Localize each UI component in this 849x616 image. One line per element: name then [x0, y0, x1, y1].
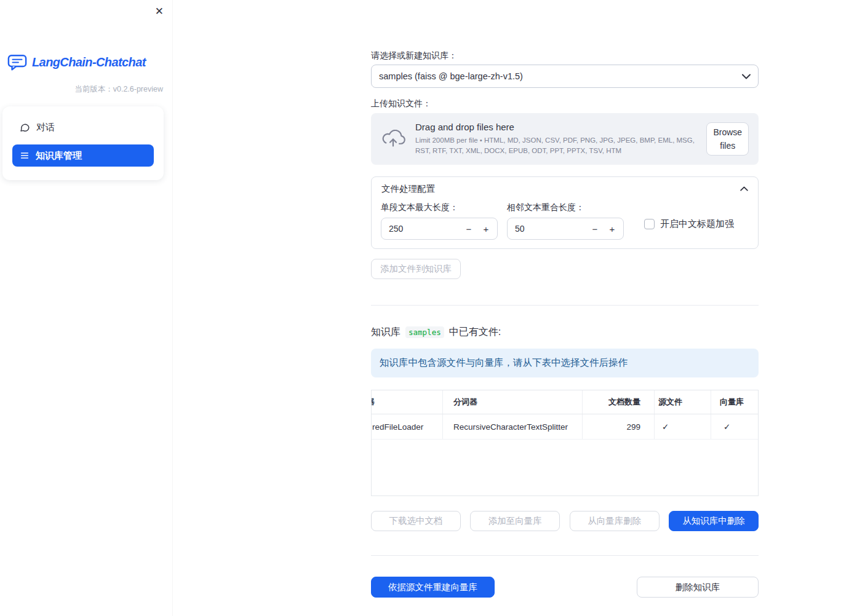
version-label: 当前版本：v0.2.6-preview — [0, 84, 163, 95]
chunk-size-input[interactable]: 250 − + — [381, 218, 498, 240]
table-header-row: 器 分词器 文档数量 源文件 向量库 — [372, 390, 758, 414]
chevron-down-icon — [742, 74, 751, 79]
dropzone-text: Drag and drop files here Limit 200MB per… — [415, 122, 696, 156]
file-actions-row: 下载选中文档 添加至向量库 从向量库删除 从知识库中删除 — [371, 511, 759, 531]
app-logo-text: LangChain-Chatchat — [32, 55, 146, 69]
chat-logo-icon — [7, 54, 27, 71]
chunk-overlap-increment-button[interactable]: + — [604, 224, 621, 234]
table-header-vector-store: 向量库 — [711, 390, 758, 414]
download-selected-button[interactable]: 下载选中文档 — [371, 511, 461, 531]
dropzone-title: Drag and drop files here — [415, 122, 696, 132]
cell-source-file-check: ✓ — [655, 414, 711, 439]
add-files-to-kb-button[interactable]: 添加文件到知识库 — [371, 259, 461, 279]
delete-kb-button[interactable]: 删除知识库 — [637, 577, 759, 598]
sidebar-menu: 对话 知识库管理 — [2, 106, 164, 180]
delete-from-vector-store-button[interactable]: 从向量库删除 — [570, 511, 660, 531]
browse-files-button[interactable]: Browse files — [706, 122, 749, 156]
sidebar-item-label: 知识库管理 — [36, 150, 82, 162]
cell-vector-store-check: ✓ — [711, 414, 758, 439]
chunk-overlap-field: 相邻文本重合长度： 50 − + — [507, 200, 624, 240]
dropzone-hint: Limit 200MB per file • HTML, MD, JSON, C… — [415, 135, 696, 156]
divider — [371, 555, 759, 556]
cell-docs-count: 299 — [583, 414, 655, 439]
info-alert: 知识库中包含源文件与向量库，请从下表中选择文件后操作 — [371, 349, 759, 377]
sidebar-item-knowledge-base[interactable]: 知识库管理 — [12, 144, 154, 167]
chunk-overlap-decrement-button[interactable]: − — [586, 224, 604, 234]
file-dropzone[interactable]: Drag and drop files here Limit 200MB per… — [371, 113, 759, 165]
version-value: v0.2.6-preview — [113, 85, 163, 93]
rebuild-vector-store-button[interactable]: 依据源文件重建向量库 — [371, 577, 495, 598]
chunk-overlap-label: 相邻文本重合长度： — [507, 202, 624, 213]
divider — [371, 305, 759, 306]
checkbox-label: 开启中文标题加强 — [660, 218, 734, 230]
cell-splitter: RecursiveCharacterTextSplitter — [443, 414, 583, 439]
kb-name-code: samples — [405, 326, 444, 338]
cell-loader: redFileLoader — [372, 414, 443, 439]
table-header-docs-count: 文档数量 — [583, 390, 655, 414]
table-row[interactable]: redFileLoader RecursiveCharacterTextSpli… — [372, 414, 758, 440]
expander-title: 文件处理配置 — [381, 183, 435, 195]
table-header-loader: 器 — [372, 390, 443, 414]
chunk-size-increment-button[interactable]: + — [477, 224, 495, 234]
add-to-vector-store-button[interactable]: 添加至向量库 — [470, 511, 560, 531]
upload-label: 上传知识文件： — [371, 98, 759, 109]
checkbox-box[interactable] — [644, 219, 655, 229]
app-logo: LangChain-Chatchat — [7, 54, 172, 71]
sidebar-close-icon[interactable]: ✕ — [154, 4, 165, 19]
delete-from-kb-button[interactable]: 从知识库中删除 — [669, 511, 759, 531]
kb-select-label: 请选择或新建知识库： — [371, 50, 759, 61]
file-config-expander: 文件处理配置 单段文本最大长度： 250 − + 相邻文本重合长度： — [371, 176, 759, 249]
expander-header[interactable]: 文件处理配置 — [372, 177, 758, 200]
files-table[interactable]: 器 分词器 文档数量 源文件 向量库 redFileLoader Recursi… — [371, 390, 759, 496]
sidebar-item-label: 对话 — [36, 122, 55, 133]
chevron-up-icon — [740, 186, 748, 191]
expander-body: 单段文本最大长度： 250 − + 相邻文本重合长度： 50 − + — [372, 200, 758, 248]
chunk-overlap-value: 50 — [515, 224, 586, 234]
chat-bubble-icon — [20, 122, 30, 133]
upload-cloud-icon — [381, 130, 405, 149]
version-prefix: 当前版本： — [74, 85, 113, 93]
chunk-size-field: 单段文本最大长度： 250 − + — [381, 200, 498, 240]
sidebar: ✕ LangChain-Chatchat 当前版本：v0.2.6-preview… — [0, 0, 172, 616]
table-header-splitter: 分词器 — [443, 390, 583, 414]
kb-actions-row: 依据源文件重建向量库 删除知识库 — [371, 577, 759, 598]
main-content: 请选择或新建知识库： samples (faiss @ bge-large-zh… — [172, 0, 849, 616]
table-header-source-file: 源文件 — [655, 390, 711, 414]
chunk-size-label: 单段文本最大长度： — [381, 202, 498, 213]
chunk-size-decrement-button[interactable]: − — [460, 224, 477, 234]
kb-select[interactable]: samples (faiss @ bge-large-zh-v1.5) — [371, 65, 759, 88]
chunk-size-value: 250 — [389, 224, 460, 234]
kb-files-heading: 知识库 samples 中已有文件: — [371, 326, 759, 339]
kb-select-value: samples (faiss @ bge-large-zh-v1.5) — [379, 71, 523, 81]
zh-title-enhance-checkbox[interactable]: 开启中文标题加强 — [644, 218, 734, 230]
kb-files-suffix: 中已有文件: — [449, 326, 501, 339]
chunk-overlap-input[interactable]: 50 − + — [507, 218, 624, 240]
list-icon — [20, 151, 30, 160]
kb-files-prefix: 知识库 — [371, 326, 401, 339]
sidebar-item-chat[interactable]: 对话 — [12, 116, 154, 138]
